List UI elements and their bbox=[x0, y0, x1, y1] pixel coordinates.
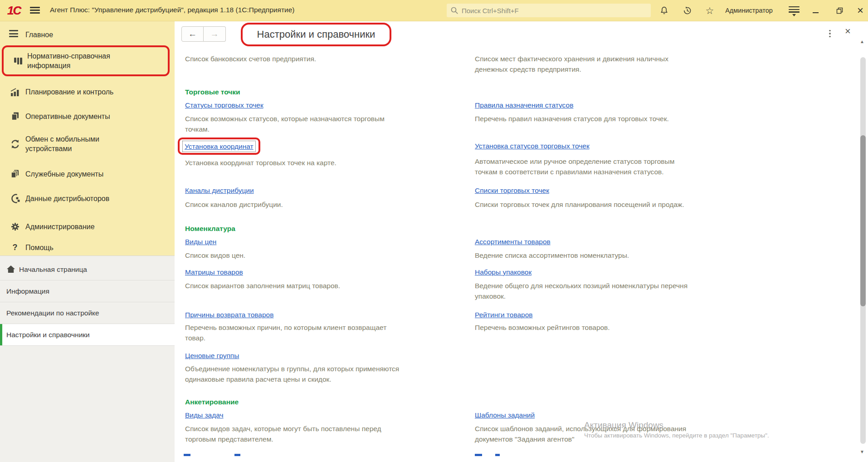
back-arrow-icon: ← bbox=[188, 29, 197, 39]
set-coordinates-desc: Установка координат торговых точек на ка… bbox=[185, 157, 336, 168]
sync-arrows-icon bbox=[9, 139, 21, 149]
price-groups-desc: Объединение номенклатуры в группы, для к… bbox=[185, 364, 399, 384]
close-window-button[interactable]: × bbox=[854, 0, 866, 21]
restore-window-button[interactable] bbox=[834, 0, 845, 21]
documents-stack-icon bbox=[9, 112, 21, 121]
sidebar-item-label: Главное bbox=[25, 30, 53, 39]
focus-outline: Установка координат bbox=[182, 141, 256, 152]
restore-icon bbox=[836, 7, 843, 14]
title-bar: 1С Агент Плюс: "Управление дистрибуцией"… bbox=[0, 0, 868, 21]
sidebar-item-administration[interactable]: Администрирование bbox=[0, 217, 175, 236]
outlet-statuses-desc: Список возможных статусов, которые назна… bbox=[185, 113, 385, 134]
sidebar-item-start-page[interactable]: Начальная страница bbox=[0, 259, 175, 280]
task-templates-link[interactable]: Шаблоны заданий bbox=[475, 410, 535, 420]
sidebar-item-main[interactable]: Главное bbox=[0, 25, 175, 44]
sidebar-item-label: Информация bbox=[6, 287, 49, 295]
return-reasons-link[interactable]: Причины возврата товаров bbox=[185, 310, 273, 319]
sidebar-item-label: Данные дистрибьюторов bbox=[25, 194, 109, 203]
bank-accounts-desc: Список банковских счетов предприятия. bbox=[185, 54, 316, 64]
price-types-desc: Список видов цен. bbox=[185, 250, 245, 260]
forward-arrow-icon: → bbox=[210, 29, 219, 39]
windows-activation-watermark: Активация Windows bbox=[584, 420, 663, 430]
search-icon bbox=[450, 6, 458, 15]
main-menu-icon[interactable] bbox=[30, 7, 40, 14]
search-input[interactable]: Поиск Ctrl+Shift+F bbox=[447, 4, 651, 17]
cash-places-desc: Список мест фактического хранения и движ… bbox=[475, 54, 668, 74]
product-matrices-desc: Список вариантов заполнения матриц товар… bbox=[185, 280, 340, 291]
scroll-down-arrow-icon[interactable]: ▼ bbox=[860, 449, 864, 454]
back-button[interactable]: ← bbox=[181, 26, 204, 42]
navigation-buttons: ← → bbox=[181, 26, 226, 42]
outlet-lists-desc: Списки торговых точек для планирования п… bbox=[475, 199, 684, 210]
set-outlet-statuses-link[interactable]: Установка статусов торговых точек bbox=[475, 141, 590, 151]
product-ratings-desc: Перечень возможных рейтингов товаров. bbox=[475, 322, 610, 333]
cut-link-fragment[interactable] bbox=[184, 454, 190, 456]
gear-icon bbox=[9, 222, 21, 231]
windows-activation-watermark-hint: Чтобы активировать Windows, перейдите в … bbox=[584, 432, 769, 439]
sidebar-item-label: Администрирование bbox=[25, 222, 95, 231]
package-sets-desc: Ведение общего для нескольких позиций но… bbox=[475, 280, 688, 301]
sidebar-item-planning-control[interactable]: Планирование и контроль bbox=[0, 83, 175, 101]
history-icon[interactable] bbox=[681, 0, 693, 21]
status-rules-link[interactable]: Правила назначения статусов bbox=[475, 100, 573, 110]
search-placeholder: Поиск Ctrl+Shift+F bbox=[462, 7, 519, 15]
page-title: Настройки и справочники bbox=[257, 29, 375, 40]
sidebar-item-help[interactable]: ? Помощь bbox=[0, 238, 175, 256]
1c-logo-icon: 1С bbox=[7, 4, 20, 18]
columns-icon bbox=[13, 58, 24, 64]
nomenclature-section-header: Номенклатура bbox=[185, 224, 235, 233]
sidebar-item-distributor-data[interactable]: Данные дистрибьюторов bbox=[0, 189, 175, 207]
forward-button[interactable]: → bbox=[204, 26, 226, 42]
sidebar-item-label: Оперативные документы bbox=[25, 112, 110, 121]
vertical-scrollbar-thumb[interactable] bbox=[860, 135, 866, 306]
annotation-highlight-nsi: Нормативно-справочная информация bbox=[2, 45, 170, 76]
cut-link-fragment[interactable] bbox=[475, 454, 482, 456]
distributor-arc-icon bbox=[9, 193, 21, 204]
functions-menu-icon[interactable] bbox=[787, 0, 801, 21]
product-matrices-link[interactable]: Матрицы товаров bbox=[185, 267, 243, 277]
scroll-up-arrow-icon[interactable]: ▲ bbox=[860, 39, 864, 44]
notifications-bell-icon[interactable] bbox=[658, 0, 670, 21]
favorites-star-icon[interactable]: ☆ bbox=[703, 0, 716, 21]
annotation-highlight-coords: Установка координат bbox=[178, 138, 260, 155]
sidebar-item-mobile-exchange[interactable]: Обмен с мобильными устройствами bbox=[0, 131, 175, 157]
outlets-section-header: Торговые точки bbox=[185, 87, 240, 97]
sidebar-item-information[interactable]: Информация bbox=[0, 280, 175, 302]
sidebar-item-label: Планирование и контроль bbox=[25, 87, 113, 97]
sidebar-item-reference-info[interactable]: Нормативно-справочная информация bbox=[4, 51, 167, 71]
task-types-link[interactable]: Виды задач bbox=[185, 410, 224, 420]
price-groups-link[interactable]: Ценовые группы bbox=[185, 351, 239, 360]
sidebar-item-service-documents[interactable]: Служебные документы bbox=[0, 165, 175, 183]
window-title: Агент Плюс: "Управление дистрибуцией", р… bbox=[50, 6, 294, 14]
sidebar-item-setup-recommendations[interactable]: Рекомендации по настройке bbox=[0, 302, 175, 324]
sidebar-item-operational-documents[interactable]: Оперативные документы bbox=[0, 107, 175, 125]
more-options-kebab-icon[interactable] bbox=[827, 28, 833, 39]
assortments-desc: Ведение списка ассортиментов номенклатур… bbox=[475, 250, 629, 260]
assortments-link[interactable]: Ассортименты товаров bbox=[475, 237, 551, 246]
close-panel-icon[interactable]: × bbox=[845, 26, 851, 36]
cut-link-fragment[interactable] bbox=[234, 454, 240, 456]
annotation-highlight-title: Настройки и справочники bbox=[241, 23, 391, 46]
distribution-channels-desc: Список каналов дистрибуции. bbox=[185, 199, 283, 210]
home-icon bbox=[6, 265, 15, 275]
sidebar-item-settings-and-catalogs[interactable]: Настройки и справочники bbox=[0, 324, 175, 346]
package-sets-link[interactable]: Наборы упаковок bbox=[475, 267, 532, 277]
cut-link-fragment[interactable] bbox=[495, 454, 500, 456]
task-types-desc: Список видов задач, которые могут быть п… bbox=[185, 423, 381, 444]
outlet-statuses-link[interactable]: Статусы торговых точек bbox=[185, 100, 263, 110]
outlet-lists-link[interactable]: Списки торговых точек bbox=[475, 186, 549, 195]
minimize-button[interactable] bbox=[810, 0, 821, 21]
main-section-icon bbox=[9, 30, 21, 39]
section-sidebar: Главное Нормативно-справочная информация… bbox=[0, 21, 175, 462]
product-ratings-link[interactable]: Рейтинги товаров bbox=[475, 310, 533, 319]
question-mark-icon: ? bbox=[9, 243, 21, 252]
set-coordinates-link[interactable]: Установка координат bbox=[185, 143, 254, 150]
bar-chart-icon bbox=[9, 88, 21, 96]
vertical-scrollbar-track[interactable] bbox=[860, 57, 866, 444]
return-reasons-desc: Перечень возможных причин, по которым кл… bbox=[185, 322, 386, 343]
sidebar-item-label: Помощь bbox=[25, 243, 54, 252]
distribution-channels-link[interactable]: Каналы дистрибуции bbox=[185, 186, 254, 195]
current-user-label[interactable]: Администратор bbox=[723, 0, 775, 21]
price-types-link[interactable]: Виды цен bbox=[185, 237, 216, 246]
status-rules-desc: Перечень правил назначения статусов для … bbox=[475, 113, 669, 124]
